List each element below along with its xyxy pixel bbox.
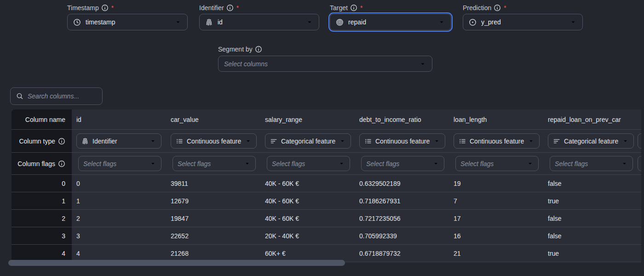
info-icon[interactable] — [58, 138, 65, 145]
chevron-down-icon — [432, 160, 439, 167]
chevron-down-icon — [306, 18, 313, 26]
segment-by-label: Segment by — [218, 45, 432, 53]
column-flags-select-partial[interactable] — [638, 156, 641, 171]
table-cell: false — [543, 210, 638, 227]
table-cell: 19847 — [166, 210, 260, 227]
table-cell: 39811 — [166, 175, 260, 192]
column-type-select-partial[interactable] — [638, 133, 641, 149]
info-icon[interactable] — [58, 160, 65, 167]
prediction-label: Prediction * — [463, 4, 583, 12]
target-select-value: repaid — [348, 18, 366, 26]
table-cell: 21268 — [166, 245, 260, 262]
table-cell: 7 — [449, 192, 543, 209]
identifier-select[interactable]: id — [199, 14, 319, 30]
column-flags-select[interactable]: Select flags — [172, 156, 256, 171]
column-flags-select[interactable]: Select flags — [550, 156, 633, 171]
timestamp-field: Timestamp * timestamp — [67, 4, 188, 30]
column-name-row-label: Column name — [12, 109, 72, 129]
column-flags-select[interactable]: Select flags — [78, 156, 161, 171]
column-header: repaid_loan_on_prev_car — [543, 109, 638, 129]
table-cell: 0.6329502189 — [355, 175, 449, 192]
timestamp-select-value: timestamp — [86, 18, 115, 26]
column-flags-select[interactable]: Select flags — [267, 156, 350, 171]
required-asterisk: * — [236, 4, 239, 12]
table-cell: 12679 — [166, 192, 260, 209]
column-type-select[interactable]: Continuous feature — [454, 133, 540, 149]
table-cell: true — [543, 245, 638, 262]
table-cell: 0.6718879732 — [355, 245, 449, 262]
required-asterisk: * — [360, 4, 362, 12]
segment-by-placeholder: Select columns — [224, 60, 268, 68]
column-type-select[interactable]: Identifier — [76, 133, 161, 149]
column-type-select[interactable]: Categorical feature — [265, 133, 351, 149]
column-header: debt_to_income_ratio — [355, 109, 449, 129]
chevron-down-icon — [622, 138, 629, 144]
info-icon[interactable] — [255, 46, 262, 53]
table-cell: 0.7217235056 — [355, 210, 449, 227]
table-row: 2 2 19847 40K - 60K € 0.7217235056 17 fa… — [12, 209, 641, 227]
horizontal-scrollbar-thumb[interactable] — [8, 260, 345, 266]
table-row: 1 1 12679 40K - 60K € 0.7186267931 7 tru… — [12, 192, 641, 209]
table-cell: 4 — [72, 245, 166, 262]
table-cell: 60K+ € — [260, 245, 355, 262]
column-header: loan_length — [449, 109, 543, 129]
table-cell: 19 — [449, 175, 543, 192]
column-header: car_value — [166, 109, 260, 129]
table-cell: 0 — [72, 175, 166, 192]
prediction-field: Prediction * y_pred — [463, 4, 583, 30]
list-numbered-icon — [364, 138, 372, 145]
search-icon — [16, 92, 23, 100]
column-type-select[interactable]: Continuous feature — [359, 133, 445, 149]
chevron-down-icon — [150, 138, 156, 144]
chevron-down-icon — [433, 138, 440, 144]
target-field: Target * repaid — [330, 4, 451, 30]
chevron-down-icon — [150, 160, 156, 167]
column-type-select[interactable]: Categorical feature — [548, 133, 634, 149]
table-cell: 17 — [449, 210, 543, 227]
timestamp-label: Timestamp * — [67, 4, 188, 12]
table-cell: 20K - 40K € — [260, 227, 355, 244]
table-cell: 2 — [72, 210, 166, 227]
chevron-down-icon — [528, 138, 535, 144]
identifier-label: Identifier * — [199, 4, 319, 12]
chevron-down-icon — [419, 60, 426, 68]
prediction-select-value: y_pred — [481, 18, 501, 26]
chevron-down-icon — [569, 18, 577, 26]
chevron-down-icon — [527, 160, 534, 167]
prediction-select[interactable]: y_pred — [463, 14, 583, 30]
identifier-select-value: id — [218, 18, 223, 26]
chevron-down-icon — [174, 18, 182, 26]
clock-icon — [73, 18, 81, 26]
required-asterisk: * — [111, 4, 114, 12]
table-row: 0 0 39811 40K - 60K € 0.6329502189 19 fa… — [12, 174, 641, 192]
sort-lines-icon — [270, 138, 277, 145]
chevron-down-icon — [244, 160, 251, 167]
table-cell: 40K - 60K € — [260, 210, 355, 227]
sort-lines-icon — [553, 138, 560, 145]
row-index: 1 — [12, 192, 72, 209]
chevron-down-icon — [339, 138, 346, 144]
timestamp-select[interactable]: timestamp — [67, 14, 188, 30]
prediction-icon — [469, 18, 477, 26]
column-flags-select[interactable]: Select flags — [361, 156, 444, 171]
table-cell: 21 — [449, 245, 543, 262]
info-icon[interactable] — [494, 4, 501, 12]
search-input[interactable] — [28, 92, 97, 100]
column-type-select[interactable]: Continuous feature — [171, 133, 257, 149]
info-icon[interactable] — [350, 4, 357, 12]
search-columns-box[interactable] — [10, 87, 103, 105]
table-cell: 40K - 60K € — [260, 175, 355, 192]
target-select[interactable]: repaid — [330, 14, 451, 30]
info-icon[interactable] — [226, 4, 234, 12]
chevron-down-icon — [621, 160, 628, 167]
column-header: id — [72, 109, 166, 129]
table-cell: false — [543, 175, 638, 192]
table-cell: false — [543, 227, 638, 244]
identifier-field: Identifier * id — [199, 4, 319, 30]
table-row: 3 3 22652 20K - 40K € 0.705992339 16 fal… — [12, 227, 641, 244]
column-flags-select[interactable]: Select flags — [455, 156, 539, 171]
target-label: Target * — [330, 4, 451, 12]
segment-by-select[interactable]: Select columns — [218, 56, 432, 72]
info-icon[interactable] — [101, 4, 109, 12]
list-numbered-icon — [176, 138, 183, 145]
